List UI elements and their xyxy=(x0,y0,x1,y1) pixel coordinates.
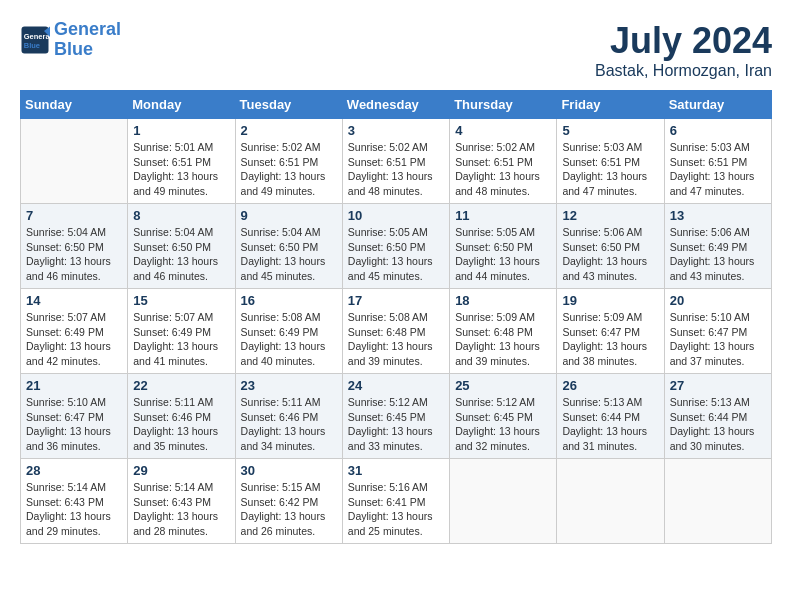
month-year: July 2024 xyxy=(595,20,772,62)
day-cell: 14Sunrise: 5:07 AM Sunset: 6:49 PM Dayli… xyxy=(21,289,128,374)
day-cell: 7Sunrise: 5:04 AM Sunset: 6:50 PM Daylig… xyxy=(21,204,128,289)
day-detail: Sunrise: 5:02 AM Sunset: 6:51 PM Dayligh… xyxy=(348,140,444,199)
day-detail: Sunrise: 5:05 AM Sunset: 6:50 PM Dayligh… xyxy=(348,225,444,284)
day-detail: Sunrise: 5:08 AM Sunset: 6:49 PM Dayligh… xyxy=(241,310,337,369)
day-number: 4 xyxy=(455,123,551,138)
day-cell: 27Sunrise: 5:13 AM Sunset: 6:44 PM Dayli… xyxy=(664,374,771,459)
day-detail: Sunrise: 5:13 AM Sunset: 6:44 PM Dayligh… xyxy=(562,395,658,454)
logo: General Blue General Blue xyxy=(20,20,121,60)
logo-line1: General xyxy=(54,19,121,39)
day-number: 25 xyxy=(455,378,551,393)
week-row-2: 7Sunrise: 5:04 AM Sunset: 6:50 PM Daylig… xyxy=(21,204,772,289)
day-cell: 6Sunrise: 5:03 AM Sunset: 6:51 PM Daylig… xyxy=(664,119,771,204)
day-cell: 9Sunrise: 5:04 AM Sunset: 6:50 PM Daylig… xyxy=(235,204,342,289)
day-cell: 30Sunrise: 5:15 AM Sunset: 6:42 PM Dayli… xyxy=(235,459,342,544)
day-number: 3 xyxy=(348,123,444,138)
day-detail: Sunrise: 5:12 AM Sunset: 6:45 PM Dayligh… xyxy=(348,395,444,454)
day-detail: Sunrise: 5:10 AM Sunset: 6:47 PM Dayligh… xyxy=(670,310,766,369)
day-detail: Sunrise: 5:04 AM Sunset: 6:50 PM Dayligh… xyxy=(133,225,229,284)
day-detail: Sunrise: 5:12 AM Sunset: 6:45 PM Dayligh… xyxy=(455,395,551,454)
day-number: 18 xyxy=(455,293,551,308)
day-number: 12 xyxy=(562,208,658,223)
day-cell: 12Sunrise: 5:06 AM Sunset: 6:50 PM Dayli… xyxy=(557,204,664,289)
logo-icon: General Blue xyxy=(20,25,50,55)
day-number: 5 xyxy=(562,123,658,138)
day-cell xyxy=(450,459,557,544)
week-row-1: 1Sunrise: 5:01 AM Sunset: 6:51 PM Daylig… xyxy=(21,119,772,204)
day-detail: Sunrise: 5:10 AM Sunset: 6:47 PM Dayligh… xyxy=(26,395,122,454)
day-cell: 4Sunrise: 5:02 AM Sunset: 6:51 PM Daylig… xyxy=(450,119,557,204)
day-detail: Sunrise: 5:14 AM Sunset: 6:43 PM Dayligh… xyxy=(26,480,122,539)
day-cell: 13Sunrise: 5:06 AM Sunset: 6:49 PM Dayli… xyxy=(664,204,771,289)
logo-line2: Blue xyxy=(54,39,93,59)
day-detail: Sunrise: 5:04 AM Sunset: 6:50 PM Dayligh… xyxy=(26,225,122,284)
day-detail: Sunrise: 5:02 AM Sunset: 6:51 PM Dayligh… xyxy=(455,140,551,199)
day-detail: Sunrise: 5:01 AM Sunset: 6:51 PM Dayligh… xyxy=(133,140,229,199)
day-number: 20 xyxy=(670,293,766,308)
week-row-4: 21Sunrise: 5:10 AM Sunset: 6:47 PM Dayli… xyxy=(21,374,772,459)
day-number: 10 xyxy=(348,208,444,223)
day-detail: Sunrise: 5:03 AM Sunset: 6:51 PM Dayligh… xyxy=(562,140,658,199)
day-cell: 5Sunrise: 5:03 AM Sunset: 6:51 PM Daylig… xyxy=(557,119,664,204)
week-row-3: 14Sunrise: 5:07 AM Sunset: 6:49 PM Dayli… xyxy=(21,289,772,374)
day-detail: Sunrise: 5:02 AM Sunset: 6:51 PM Dayligh… xyxy=(241,140,337,199)
day-number: 8 xyxy=(133,208,229,223)
day-cell: 1Sunrise: 5:01 AM Sunset: 6:51 PM Daylig… xyxy=(128,119,235,204)
week-row-5: 28Sunrise: 5:14 AM Sunset: 6:43 PM Dayli… xyxy=(21,459,772,544)
day-detail: Sunrise: 5:11 AM Sunset: 6:46 PM Dayligh… xyxy=(241,395,337,454)
day-number: 24 xyxy=(348,378,444,393)
day-cell xyxy=(557,459,664,544)
day-number: 21 xyxy=(26,378,122,393)
day-number: 13 xyxy=(670,208,766,223)
location: Bastak, Hormozgan, Iran xyxy=(595,62,772,80)
day-cell: 10Sunrise: 5:05 AM Sunset: 6:50 PM Dayli… xyxy=(342,204,449,289)
day-number: 17 xyxy=(348,293,444,308)
day-detail: Sunrise: 5:04 AM Sunset: 6:50 PM Dayligh… xyxy=(241,225,337,284)
day-cell: 25Sunrise: 5:12 AM Sunset: 6:45 PM Dayli… xyxy=(450,374,557,459)
day-cell: 21Sunrise: 5:10 AM Sunset: 6:47 PM Dayli… xyxy=(21,374,128,459)
weekday-header-wednesday: Wednesday xyxy=(342,91,449,119)
day-detail: Sunrise: 5:09 AM Sunset: 6:48 PM Dayligh… xyxy=(455,310,551,369)
day-cell: 18Sunrise: 5:09 AM Sunset: 6:48 PM Dayli… xyxy=(450,289,557,374)
day-detail: Sunrise: 5:07 AM Sunset: 6:49 PM Dayligh… xyxy=(26,310,122,369)
day-cell: 20Sunrise: 5:10 AM Sunset: 6:47 PM Dayli… xyxy=(664,289,771,374)
day-detail: Sunrise: 5:09 AM Sunset: 6:47 PM Dayligh… xyxy=(562,310,658,369)
calendar-table: SundayMondayTuesdayWednesdayThursdayFrid… xyxy=(20,90,772,544)
day-number: 27 xyxy=(670,378,766,393)
page-header: General Blue General Blue July 2024 Bast… xyxy=(20,20,772,80)
day-cell: 19Sunrise: 5:09 AM Sunset: 6:47 PM Dayli… xyxy=(557,289,664,374)
day-cell: 8Sunrise: 5:04 AM Sunset: 6:50 PM Daylig… xyxy=(128,204,235,289)
day-detail: Sunrise: 5:11 AM Sunset: 6:46 PM Dayligh… xyxy=(133,395,229,454)
weekday-header-row: SundayMondayTuesdayWednesdayThursdayFrid… xyxy=(21,91,772,119)
day-detail: Sunrise: 5:15 AM Sunset: 6:42 PM Dayligh… xyxy=(241,480,337,539)
weekday-header-sunday: Sunday xyxy=(21,91,128,119)
day-number: 2 xyxy=(241,123,337,138)
day-number: 1 xyxy=(133,123,229,138)
title-block: July 2024 Bastak, Hormozgan, Iran xyxy=(595,20,772,80)
day-detail: Sunrise: 5:07 AM Sunset: 6:49 PM Dayligh… xyxy=(133,310,229,369)
weekday-header-thursday: Thursday xyxy=(450,91,557,119)
weekday-header-saturday: Saturday xyxy=(664,91,771,119)
day-number: 19 xyxy=(562,293,658,308)
day-number: 6 xyxy=(670,123,766,138)
day-number: 22 xyxy=(133,378,229,393)
day-number: 16 xyxy=(241,293,337,308)
day-cell: 22Sunrise: 5:11 AM Sunset: 6:46 PM Dayli… xyxy=(128,374,235,459)
day-detail: Sunrise: 5:13 AM Sunset: 6:44 PM Dayligh… xyxy=(670,395,766,454)
day-cell: 26Sunrise: 5:13 AM Sunset: 6:44 PM Dayli… xyxy=(557,374,664,459)
day-cell: 28Sunrise: 5:14 AM Sunset: 6:43 PM Dayli… xyxy=(21,459,128,544)
day-number: 30 xyxy=(241,463,337,478)
day-detail: Sunrise: 5:06 AM Sunset: 6:49 PM Dayligh… xyxy=(670,225,766,284)
day-detail: Sunrise: 5:03 AM Sunset: 6:51 PM Dayligh… xyxy=(670,140,766,199)
day-cell: 17Sunrise: 5:08 AM Sunset: 6:48 PM Dayli… xyxy=(342,289,449,374)
weekday-header-friday: Friday xyxy=(557,91,664,119)
day-cell xyxy=(664,459,771,544)
day-number: 31 xyxy=(348,463,444,478)
day-number: 11 xyxy=(455,208,551,223)
weekday-header-monday: Monday xyxy=(128,91,235,119)
day-number: 28 xyxy=(26,463,122,478)
day-cell: 11Sunrise: 5:05 AM Sunset: 6:50 PM Dayli… xyxy=(450,204,557,289)
day-cell: 24Sunrise: 5:12 AM Sunset: 6:45 PM Dayli… xyxy=(342,374,449,459)
day-cell: 29Sunrise: 5:14 AM Sunset: 6:43 PM Dayli… xyxy=(128,459,235,544)
day-cell: 16Sunrise: 5:08 AM Sunset: 6:49 PM Dayli… xyxy=(235,289,342,374)
